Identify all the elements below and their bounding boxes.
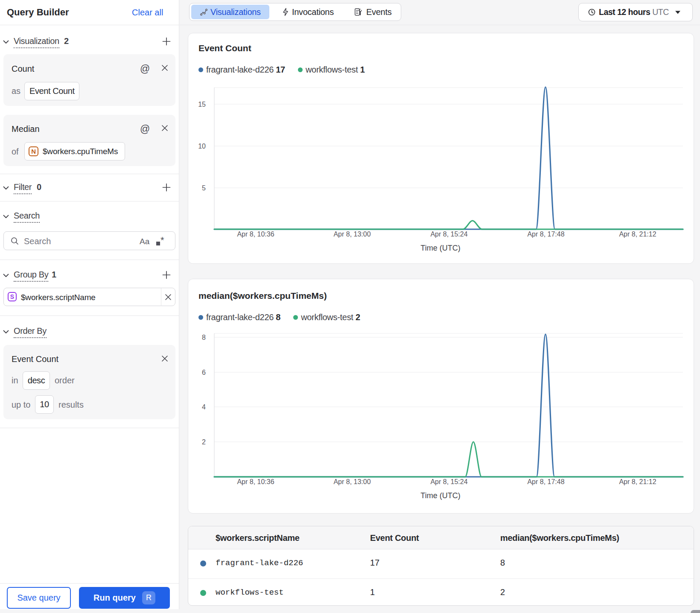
svg-text:Apr 8, 13:00: Apr 8, 13:00 — [333, 478, 370, 485]
svg-text:Apr 8, 17:48: Apr 8, 17:48 — [527, 231, 564, 238]
svg-text:2: 2 — [202, 438, 206, 446]
svg-text:15: 15 — [198, 101, 206, 108]
svg-text:Apr 8, 10:36: Apr 8, 10:36 — [237, 231, 274, 238]
svg-text:Time (UTC): Time (UTC) — [420, 244, 460, 252]
svg-text:8: 8 — [202, 334, 206, 341]
svg-text:Apr 8, 13:00: Apr 8, 13:00 — [333, 231, 370, 238]
svg-text:Time (UTC): Time (UTC) — [420, 491, 460, 500]
svg-text:5: 5 — [202, 184, 206, 192]
svg-text:Apr 8, 15:24: Apr 8, 15:24 — [430, 478, 467, 485]
svg-text:Apr 8, 15:24: Apr 8, 15:24 — [430, 231, 467, 238]
svg-text:10: 10 — [198, 143, 206, 150]
svg-text:*: * — [160, 235, 164, 245]
svg-text:4: 4 — [202, 403, 206, 411]
svg-text:6: 6 — [202, 369, 206, 376]
svg-text:Apr 8, 21:12: Apr 8, 21:12 — [619, 231, 656, 238]
svg-text:Apr 8, 10:36: Apr 8, 10:36 — [237, 478, 274, 485]
svg-text:Apr 8, 17:48: Apr 8, 17:48 — [527, 478, 564, 485]
svg-text:Apr 8, 21:12: Apr 8, 21:12 — [619, 478, 656, 485]
